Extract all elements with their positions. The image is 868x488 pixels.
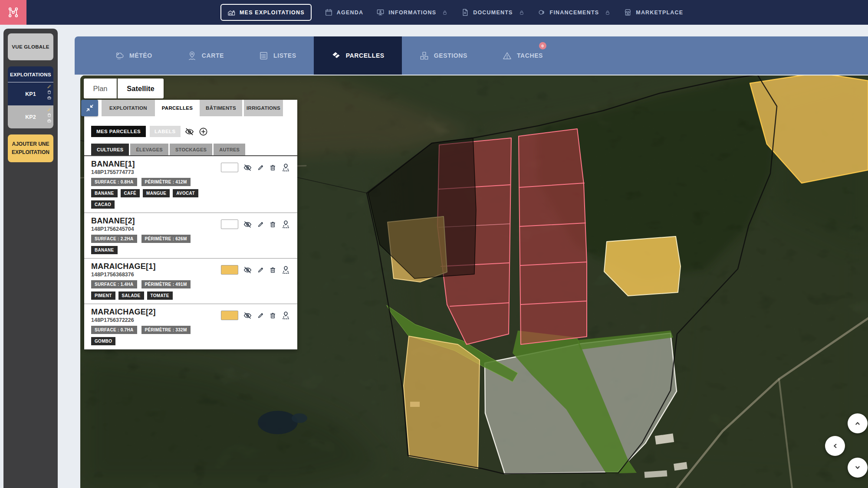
nav-agenda[interactable]: AGENDA <box>325 8 363 16</box>
edit-parcel-icon[interactable] <box>257 266 264 274</box>
satellite-map[interactable]: Plan Satellite EXPLOITATION PARCELLES BÂ… <box>80 75 868 488</box>
tab-label: CARTE <box>202 52 224 59</box>
locate-parcel-icon[interactable] <box>281 220 290 229</box>
delete-parcel-icon[interactable] <box>269 164 276 171</box>
parcel-color-swatch[interactable] <box>221 311 238 320</box>
warning-icon <box>502 51 512 61</box>
panel-tab-irrigations[interactable]: IRRIGATIONS <box>244 100 283 116</box>
parcel-color-swatch[interactable] <box>221 219 238 229</box>
category-stockages[interactable]: STOCKAGES <box>170 144 212 155</box>
delete-parcel-icon[interactable] <box>269 221 276 228</box>
crop-tag: TOMATE <box>147 291 173 300</box>
parcels-icon <box>331 51 341 61</box>
tab-listes[interactable]: LISTES <box>241 36 314 75</box>
panel-tab-exploitation[interactable]: EXPLOITATION <box>102 100 155 116</box>
tab-gestions[interactable]: GESTIONS <box>402 36 485 75</box>
category-autres[interactable]: AUTRES <box>214 144 245 155</box>
vue-globale-button[interactable]: VUE GLOBALE <box>8 33 53 60</box>
hide-parcel-icon[interactable] <box>243 163 252 172</box>
tab-meteo[interactable]: MÉTÉO <box>97 36 170 75</box>
locate-parcel-icon[interactable] <box>281 311 290 320</box>
map-pan-down-button[interactable] <box>848 458 868 478</box>
labels-button[interactable]: LABELS <box>150 126 180 137</box>
nav-informations[interactable]: INFORMATIONS <box>376 8 448 16</box>
parcel-color-swatch[interactable] <box>221 163 238 172</box>
nav-label: MES EXPLOITATIONS <box>240 10 305 16</box>
crop-tag: CACAO <box>91 200 115 209</box>
tab-carte[interactable]: CARTE <box>170 36 241 75</box>
sidebar-item-kp2[interactable]: KP2 <box>8 105 53 128</box>
edit-icon[interactable] <box>47 84 52 89</box>
briefcase-icon[interactable] <box>47 95 52 100</box>
edit-icon[interactable] <box>47 107 52 112</box>
map-pan-left-button[interactable] <box>825 436 845 456</box>
nav-label: FINANCEMENTS <box>550 10 599 16</box>
trash-icon[interactable] <box>47 90 52 95</box>
screen-info-icon <box>376 8 385 16</box>
delete-parcel-icon[interactable] <box>269 312 276 319</box>
add-exploitation-button[interactable]: AJOUTER UNE EXPLOITATION <box>8 134 53 162</box>
parcel-name: BANANE[1] <box>91 160 221 169</box>
category-elevages[interactable]: ÉLEVAGES <box>130 144 168 155</box>
network-logo-icon <box>7 7 19 18</box>
parcel-row-banane1[interactable]: BANANE[1] 148P1755774773 SURFACE : 0.8HA… <box>84 156 297 213</box>
trash-icon[interactable] <box>47 113 52 118</box>
nav-label: INFORMATIONS <box>388 10 436 16</box>
parcel-color-swatch[interactable] <box>221 265 238 275</box>
nav-mes-exploitations[interactable]: MES EXPLOITATIONS <box>220 4 312 21</box>
tab-parcelles[interactable]: PARCELLES <box>314 36 402 75</box>
top-nav-items: MES EXPLOITATIONS AGENDA INFORMATIONS DO… <box>220 4 683 21</box>
hide-parcel-icon[interactable] <box>243 311 252 320</box>
briefcase-icon[interactable] <box>47 118 52 123</box>
locate-parcel-icon[interactable] <box>281 163 290 172</box>
perimetre-chip: PÉRIMÈTRE : 332M <box>141 326 191 334</box>
nav-financements[interactable]: FINANCEMENTS <box>538 8 611 16</box>
parcel-tags: GOMBO <box>91 337 191 345</box>
nav-marketplace[interactable]: MARKETPLACE <box>624 8 683 16</box>
parcel-metrics: SURFACE : 1.4HA PÉRIMÈTRE : 491M <box>91 280 191 288</box>
parcel-culture-right <box>519 129 587 344</box>
app-logo[interactable] <box>0 0 26 25</box>
hide-parcel-icon[interactable] <box>243 265 252 275</box>
tab-taches[interactable]: TACHES 0 <box>485 36 560 75</box>
perimetre-chip: PÉRIMÈTRE : 491M <box>141 280 191 288</box>
pond <box>258 411 298 434</box>
mes-parcelles-button[interactable]: MES PARCELLES <box>91 126 146 137</box>
category-cultures[interactable]: CULTURES <box>91 144 129 155</box>
edit-parcel-icon[interactable] <box>257 164 264 171</box>
surface-chip: SURFACE : 2.2HA <box>91 235 137 243</box>
panel-filter-row: MES PARCELLES LABELS <box>91 126 290 137</box>
locate-parcel-icon[interactable] <box>281 265 290 275</box>
edit-parcel-icon[interactable] <box>257 312 264 319</box>
parcel-name: BANANE[2] <box>91 216 191 226</box>
parcel-info: MARAICHAGE[1] 148P1756368376 SURFACE : 1… <box>91 262 191 300</box>
parcel-id: 148P1756372226 <box>91 317 191 323</box>
hide-parcel-icon[interactable] <box>243 220 252 229</box>
edit-parcel-icon[interactable] <box>257 221 264 228</box>
category-tabs-wrap: CULTURES ÉLEVAGES STOCKAGES AUTRES <box>84 144 297 156</box>
crop-tag: BANANE <box>91 246 118 254</box>
tab-label: PARCELLES <box>346 52 385 59</box>
module-tabs-bar: MÉTÉO CARTE LISTES PARCELLES GESTIONS TA… <box>75 36 868 75</box>
nav-documents[interactable]: DOCUMENTS <box>461 8 524 16</box>
delete-parcel-icon[interactable] <box>269 266 276 274</box>
parcel-row-maraichage2[interactable]: MARAICHAGE[2] 148P1756372226 SURFACE : 0… <box>84 304 297 350</box>
exploitation-name: KP2 <box>25 114 36 120</box>
collapse-icon <box>85 103 95 113</box>
exploitations-block: EXPLOITATIONS KP1 KP2 <box>8 66 53 128</box>
parcel-row-banane2[interactable]: BANANE[2] 148P1756245704 SURFACE : 2.2HA… <box>84 213 297 259</box>
panel-tab-parcelles[interactable]: PARCELLES <box>157 100 198 116</box>
parcel-yellow-bottomleft <box>404 336 480 468</box>
panel-tab-batiments[interactable]: BÂTIMENTS <box>200 100 242 116</box>
parcel-row-maraichage1[interactable]: MARAICHAGE[1] 148P1756368376 SURFACE : 1… <box>84 259 297 304</box>
sidebar-item-kp1[interactable]: KP1 <box>8 82 53 105</box>
parcel-actions <box>221 163 290 172</box>
farm-icon <box>227 8 236 16</box>
map-plan-button[interactable]: Plan <box>84 79 117 98</box>
hide-all-eye-icon[interactable] <box>184 127 194 137</box>
panel-collapse-button[interactable] <box>81 100 98 116</box>
map-satellite-button[interactable]: Satellite <box>118 79 164 98</box>
add-parcel-icon[interactable] <box>198 127 208 137</box>
map-pan-up-button[interactable] <box>848 413 868 433</box>
chevron-down-icon <box>853 463 862 472</box>
